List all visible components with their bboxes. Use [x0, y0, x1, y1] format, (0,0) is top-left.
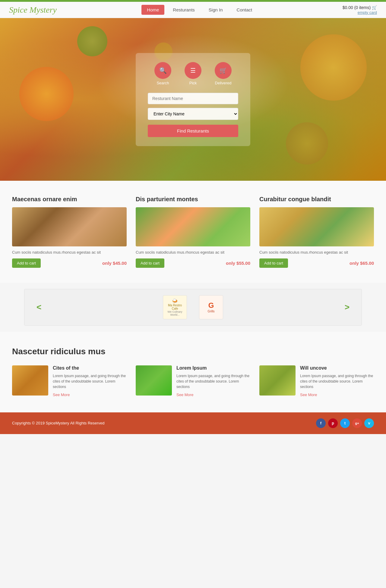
- add-to-cart-button-2[interactable]: Add to cart: [136, 258, 164, 268]
- blog-see-more-2[interactable]: See More: [176, 393, 193, 397]
- featured-desc-3: Cum sociis natodiculus mus.rhoncus egest…: [259, 249, 374, 255]
- search-tab-circle-search: 🔍: [154, 62, 171, 79]
- nav-home[interactable]: Home: [141, 5, 164, 15]
- add-to-cart-button-3[interactable]: Add to cart: [259, 258, 288, 268]
- nav: Home Resturants Sign In Contact: [141, 5, 258, 15]
- carousel-logo-1: 🍛 Ma Restro Cafe We Culinary World...: [163, 295, 187, 319]
- carousel-next-button[interactable]: >: [345, 302, 350, 312]
- featured-item-3: Curabitur congue blandit Cum sociis nato…: [259, 196, 374, 268]
- featured-title-2: Dis parturient montes: [136, 196, 250, 203]
- search-tab-delivered[interactable]: 🛒 Delivered: [215, 62, 232, 85]
- cart-empty-link[interactable]: empty card: [358, 10, 377, 15]
- featured-image-1: [12, 207, 127, 246]
- blog-grid: Cites of the Lorem Ipsum passage, and go…: [12, 365, 374, 397]
- featured-item-1: Maecenas ornare enim Cum sociis natodicu…: [12, 196, 127, 268]
- featured-image-2: [136, 207, 250, 246]
- search-tab-label-delivered: Delivered: [215, 81, 232, 85]
- carousel-prev-button[interactable]: <: [36, 302, 41, 312]
- blog-image-1: [12, 365, 48, 396]
- search-box: 🔍 Search ☰ Pick 🛒 Delivered Enter City N…: [136, 53, 250, 146]
- blog-content-3: Will uncove Lorem Ipsum passage, and goi…: [300, 365, 374, 397]
- city-select[interactable]: Enter City Name New York Los Angeles Chi…: [148, 108, 238, 120]
- carousel-wrapper: < 🍛 Ma Restro Cafe We Culinary World... …: [0, 283, 386, 332]
- cart-icon: 🛒: [372, 5, 377, 10]
- featured-section: Maecenas ornare enim Cum sociis natodicu…: [0, 181, 386, 283]
- search-tab-search[interactable]: 🔍 Search: [154, 62, 171, 85]
- featured-title-3: Curabitur congue blandit: [259, 196, 374, 203]
- logo: Spice Mystery: [9, 5, 57, 15]
- blog-image-2: [136, 365, 172, 396]
- blog-see-more-3[interactable]: See More: [300, 393, 317, 397]
- featured-actions-1: Add to cart only $45.00: [12, 258, 127, 268]
- search-tab-pick[interactable]: ☰ Pick: [185, 62, 201, 85]
- nav-restaurants[interactable]: Resturants: [167, 5, 200, 15]
- blog-title-1: Cites of the: [53, 365, 127, 371]
- blog-item-2: Lorem Ipsum Lorem Ipsum passage, and goi…: [136, 365, 250, 397]
- social-icons: f p t g+ v: [316, 418, 374, 428]
- search-tab-label-search: Search: [157, 81, 169, 85]
- add-to-cart-button-1[interactable]: Add to cart: [12, 258, 41, 268]
- restro-logo-text: 🍛 Ma Restro Cafe We Culinary World...: [165, 298, 185, 316]
- social-twitter-button[interactable]: t: [340, 418, 350, 428]
- carousel-logos: 🍛 Ma Restro Cafe We Culinary World... G …: [163, 295, 223, 319]
- featured-actions-3: Add to cart only $65.00: [259, 258, 374, 268]
- featured-price-3: only $65.00: [350, 261, 374, 266]
- blog-text-2: Lorem Ipsum passage, and going through t…: [176, 373, 250, 389]
- logo-text: Spice Mystery: [9, 5, 57, 14]
- social-pinterest-button[interactable]: p: [328, 418, 338, 428]
- footer-copyright: Copyrights © 2019 SpiceMystery All Right…: [12, 421, 105, 425]
- blog-item-3: Will uncove Lorem Ipsum passage, and goi…: [259, 365, 374, 397]
- delivered-tab-icon: 🛒: [220, 67, 227, 74]
- featured-actions-2: Add to cart only $55.00: [136, 258, 250, 268]
- featured-image-3: [259, 207, 374, 246]
- search-tab-circle-delivered: 🛒: [215, 62, 232, 79]
- social-vimeo-button[interactable]: v: [364, 418, 374, 428]
- cart-total: $0.00 (0 items): [343, 5, 371, 10]
- social-facebook-button[interactable]: f: [316, 418, 326, 428]
- blog-see-more-1[interactable]: See More: [53, 393, 70, 397]
- search-tab-icon: 🔍: [159, 67, 167, 74]
- featured-item-2: Dis parturient montes Cum sociis natodic…: [136, 196, 250, 268]
- blog-title-3: Will uncove: [300, 365, 374, 371]
- social-googleplus-button[interactable]: g+: [352, 418, 362, 428]
- featured-grid: Maecenas ornare enim Cum sociis natodicu…: [12, 196, 374, 268]
- featured-desc-2: Cum sociis natodiculus mus.rhoncus egest…: [136, 249, 250, 255]
- featured-price-2: only $55.00: [226, 261, 250, 266]
- restaurant-name-input[interactable]: [148, 93, 238, 104]
- pick-tab-icon: ☰: [190, 67, 196, 74]
- find-restaurants-button[interactable]: Find Resturants: [148, 125, 238, 137]
- blog-content-1: Cites of the Lorem Ipsum passage, and go…: [53, 365, 127, 397]
- header: Spice Mystery Home Resturants Sign In Co…: [0, 2, 386, 18]
- search-tabs: 🔍 Search ☰ Pick 🛒 Delivered: [148, 62, 238, 85]
- search-tab-circle-pick: ☰: [185, 62, 201, 79]
- carousel-section: < 🍛 Ma Restro Cafe We Culinary World... …: [24, 289, 362, 326]
- featured-price-1: only $45.00: [102, 261, 127, 266]
- carousel-logo-2: G Grills: [199, 295, 223, 319]
- grills-logo-text: G Grills: [208, 301, 215, 313]
- hero-section: 🔍 Search ☰ Pick 🛒 Delivered Enter City N…: [0, 18, 386, 181]
- blog-title-2: Lorem Ipsum: [176, 365, 250, 371]
- blog-content-2: Lorem Ipsum Lorem Ipsum passage, and goi…: [176, 365, 250, 397]
- blog-text-3: Lorem Ipsum passage, and going through t…: [300, 373, 374, 389]
- nav-signin[interactable]: Sign In: [203, 5, 228, 15]
- blog-section-title: Nascetur ridiculus mus: [12, 347, 374, 356]
- footer: Copyrights © 2019 SpiceMystery All Right…: [0, 412, 386, 434]
- featured-desc-1: Cum sociis natodiculus mus.rhoncus egest…: [12, 249, 127, 255]
- blog-text-1: Lorem Ipsum passage, and going through t…: [53, 373, 127, 389]
- search-tab-label-pick: Pick: [189, 81, 197, 85]
- cart-area: $0.00 (0 items) 🛒 empty card: [343, 5, 377, 15]
- blog-item-1: Cites of the Lorem Ipsum passage, and go…: [12, 365, 127, 397]
- blog-section: Nascetur ridiculus mus Cites of the Lore…: [0, 332, 386, 412]
- blog-image-3: [259, 365, 296, 396]
- nav-contact[interactable]: Contact: [231, 5, 258, 15]
- featured-title-1: Maecenas ornare enim: [12, 196, 127, 203]
